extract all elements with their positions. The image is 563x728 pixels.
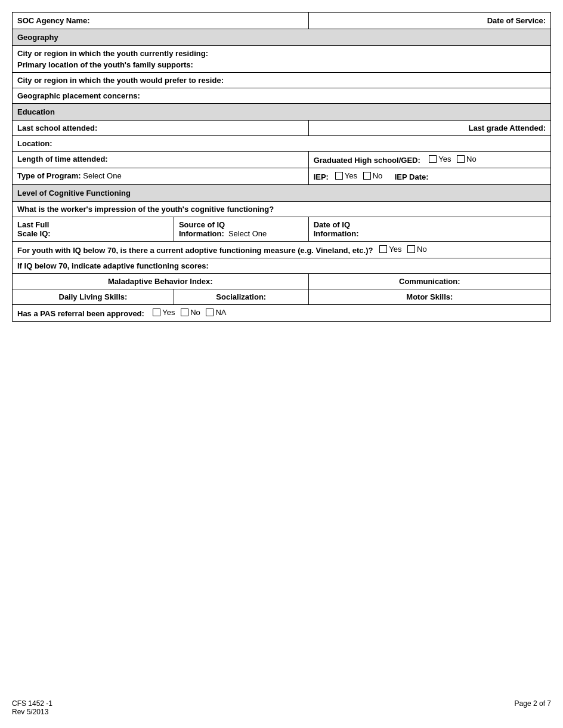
geography-row-2: City or region in which the youth would … bbox=[13, 73, 551, 88]
education-section-header: Education bbox=[13, 104, 551, 121]
cognitive-title: Level of Cognitive Functioning bbox=[17, 189, 131, 198]
iq-yes-option[interactable]: Yes bbox=[379, 245, 401, 254]
iq-yes-checkbox[interactable] bbox=[379, 245, 387, 253]
date-of-service-label: Date of Service: bbox=[487, 16, 546, 25]
socialization-label: Socialization: bbox=[216, 292, 266, 301]
geography-row-1: City or region in which the youth curren… bbox=[13, 46, 551, 73]
graduated-yes-label: Yes bbox=[438, 155, 451, 164]
header-row: SOC Agency Name: Date of Service: bbox=[13, 13, 551, 29]
pas-yes-checkbox[interactable] bbox=[153, 309, 160, 316]
graduated-yes-option[interactable]: Yes bbox=[429, 155, 451, 164]
cognitive-row-6: Daily Living Skills: Socialization: Moto… bbox=[13, 289, 551, 305]
impression-label: What is the worker's impression of the y… bbox=[17, 205, 274, 214]
communication-label: Communication: bbox=[399, 277, 460, 286]
cognitive-row-2: Last Full Scale IQ: Source of IQ Informa… bbox=[13, 217, 551, 242]
pas-na-option[interactable]: NA bbox=[206, 308, 226, 317]
last-school-label: Last school attended: bbox=[17, 124, 97, 132]
education-title: Education bbox=[17, 107, 55, 116]
graduated-label: Graduated High school/GED: bbox=[314, 156, 420, 165]
daily-living-label: Daily Living Skills: bbox=[59, 292, 128, 301]
iq-below-label: For youth with IQ below 70, is there a c… bbox=[17, 246, 373, 255]
iep-yes-checkbox[interactable] bbox=[335, 172, 343, 180]
last-grade-label: Last grade Attended: bbox=[468, 124, 546, 132]
revision: Rev 5/2013 bbox=[12, 708, 52, 716]
iep-yes-option[interactable]: Yes bbox=[335, 171, 357, 180]
agency-name-label: SOC Agency Name: bbox=[17, 16, 90, 25]
date-iq-label: Date of IQ bbox=[314, 220, 350, 229]
pas-na-label: NA bbox=[215, 308, 226, 317]
education-location-row: Location: bbox=[13, 136, 551, 152]
type-program-label: Type of Program: bbox=[17, 171, 81, 180]
iep-no-label: No bbox=[373, 171, 383, 180]
education-row-3: Type of Program: Select One IEP: Yes No … bbox=[13, 168, 551, 185]
geography-section-header: Geography bbox=[13, 29, 551, 46]
pas-no-label: No bbox=[190, 308, 200, 317]
cognitive-row-3: For youth with IQ below 70, is there a c… bbox=[13, 242, 551, 258]
iep-label: IEP: bbox=[314, 172, 329, 181]
adaptive-label: If IQ below 70, indicate adaptive functi… bbox=[17, 261, 209, 270]
geography-title: Geography bbox=[17, 33, 58, 42]
iep-no-option[interactable]: No bbox=[363, 171, 383, 180]
city-residing-label: City or region in which the youth curren… bbox=[17, 49, 208, 58]
last-full-label: Last Full bbox=[17, 220, 49, 229]
cognitive-section-header: Level of Cognitive Functioning bbox=[13, 185, 551, 202]
cognitive-row-5: Maladaptive Behavior Index: Communicatio… bbox=[13, 274, 551, 289]
iq-yes-label: Yes bbox=[389, 245, 401, 254]
motor-label: Motor Skills: bbox=[406, 292, 453, 301]
pas-no-option[interactable]: No bbox=[181, 308, 200, 317]
education-row-1: Last school attended: Last grade Attende… bbox=[13, 121, 551, 136]
iq-no-checkbox[interactable] bbox=[407, 245, 415, 253]
cognitive-row-4: If IQ below 70, indicate adaptive functi… bbox=[13, 258, 551, 274]
city-prefer-label: City or region in which the youth would … bbox=[17, 76, 224, 85]
graduated-yes-checkbox[interactable] bbox=[429, 155, 437, 163]
pas-label: Has a PAS referral been approved: bbox=[17, 309, 144, 318]
iq-no-option[interactable]: No bbox=[407, 245, 427, 254]
graduated-no-label: No bbox=[466, 155, 477, 164]
pas-no-checkbox[interactable] bbox=[181, 309, 188, 316]
footer: CFS 1452 -1 Rev 5/2013 Page 2 of 7 bbox=[12, 699, 551, 716]
information-label: Information: bbox=[179, 229, 224, 238]
family-supports-label: Primary location of the youth's family s… bbox=[17, 60, 193, 69]
source-value: Select One bbox=[228, 229, 267, 238]
type-program-value: Select One bbox=[83, 171, 121, 180]
graduated-no-option[interactable]: No bbox=[457, 155, 477, 164]
footer-left: CFS 1452 -1 Rev 5/2013 bbox=[12, 699, 52, 716]
maladaptive-label: Maladaptive Behavior Index: bbox=[108, 277, 213, 286]
pas-yes-option[interactable]: Yes bbox=[153, 308, 175, 317]
pas-yes-label: Yes bbox=[162, 308, 175, 317]
form-table: SOC Agency Name: Date of Service: Geogra… bbox=[12, 12, 551, 322]
geography-row-3: Geographic placement concerns: bbox=[13, 88, 551, 104]
page-info: Page 2 of 7 bbox=[515, 699, 551, 716]
education-row-2: Length of time attended: Graduated High … bbox=[13, 152, 551, 168]
graduated-no-checkbox[interactable] bbox=[457, 155, 465, 163]
length-label: Length of time attended: bbox=[17, 155, 108, 164]
iep-no-checkbox[interactable] bbox=[363, 172, 371, 180]
cognitive-row-7: Has a PAS referral been approved: Yes No… bbox=[13, 305, 551, 322]
scale-iq-label: Scale IQ: bbox=[17, 229, 51, 238]
date-info-label: Information: bbox=[314, 229, 359, 238]
cognitive-row-1: What is the worker's impression of the y… bbox=[13, 202, 551, 217]
pas-na-checkbox[interactable] bbox=[206, 309, 214, 316]
iq-no-label: No bbox=[417, 245, 427, 254]
iep-yes-label: Yes bbox=[345, 171, 357, 180]
iep-date-label: IEP Date: bbox=[395, 172, 429, 181]
location-label: Location: bbox=[17, 139, 52, 148]
form-number: CFS 1452 -1 bbox=[12, 699, 52, 708]
placement-concerns-label: Geographic placement concerns: bbox=[17, 91, 140, 100]
source-iq-label: Source of IQ bbox=[179, 220, 225, 229]
